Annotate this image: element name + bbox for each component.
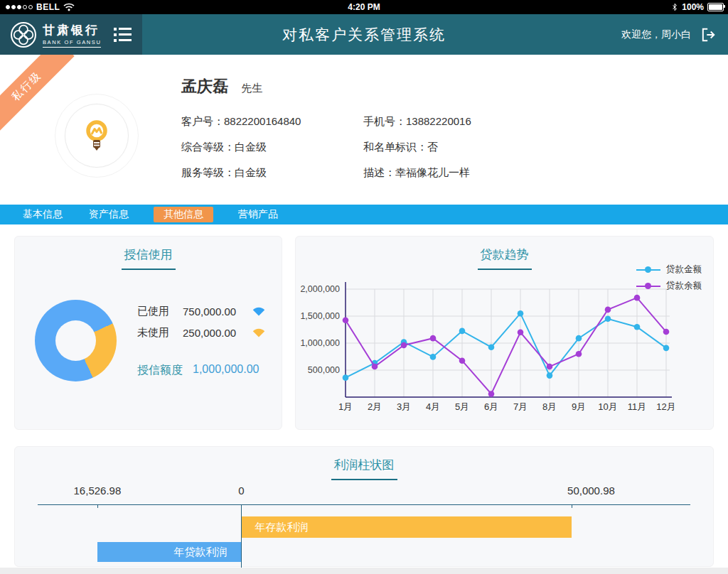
credit-usage-card: 授信使用 已使用 750,000.00 未使用 250,000.00 xyxy=(14,236,282,430)
customer-profile: 私行级 孟庆磊 先生 客户号：8822200164840 手机号：1388222… xyxy=(0,55,728,205)
loan-profit-bar: 年贷款利润 xyxy=(97,542,242,562)
axis-line xyxy=(38,504,690,505)
credit-donut-chart xyxy=(35,300,117,381)
axis-label-zero: 0 xyxy=(238,484,244,497)
svg-text:5月: 5月 xyxy=(455,401,469,412)
field-list-flag: 和名单标识：否 xyxy=(363,139,471,154)
tab-asset-info[interactable]: 资产信息 xyxy=(87,207,130,222)
credit-unused-row: 未使用 250,000.00 xyxy=(137,322,271,343)
status-bar: BELL 4:20 PM 100% xyxy=(0,0,728,14)
axis-label-left: 16,526.98 xyxy=(74,484,122,497)
loan-trend-card: 贷款趋势 贷款金额贷款余额 500,0001,000,0001,500,0002… xyxy=(295,236,714,430)
bottom-edge xyxy=(0,568,728,574)
profit-bar-chart: 16,526.98050,000.98年存款利润年贷款利润 xyxy=(38,483,690,573)
axis-tick-left xyxy=(97,505,98,508)
credit-limit-row: 授信额度 1,000,000.00 xyxy=(137,363,259,378)
svg-text:3月: 3月 xyxy=(397,401,411,412)
svg-text:10月: 10月 xyxy=(598,401,617,412)
legend-label: 贷款余额 xyxy=(666,280,702,292)
tab-marketing-products[interactable]: 营销产品 xyxy=(237,207,279,222)
legend-label: 贷款金额 xyxy=(666,264,702,276)
profit-bar-title: 利润柱状图 xyxy=(331,457,397,480)
legend-line-dot-icon xyxy=(636,266,660,274)
svg-text:8月: 8月 xyxy=(542,401,557,412)
svg-text:500,000: 500,000 xyxy=(308,365,340,375)
fan-icon-unused xyxy=(251,327,267,338)
main-content: 授信使用 已使用 750,000.00 未使用 250,000.00 xyxy=(0,224,728,567)
field-phone: 手机号：13882220016 xyxy=(363,114,471,129)
fan-icon-used xyxy=(251,305,267,317)
svg-text:2,000,000: 2,000,000 xyxy=(300,284,340,294)
svg-text:6月: 6月 xyxy=(484,401,498,412)
profit-bar-card: 利润柱状图 16,526.98050,000.98年存款利润年贷款利润 xyxy=(14,446,714,567)
field-service-level: 服务等级：白金级 xyxy=(181,165,363,180)
credit-usage-title: 授信使用 xyxy=(122,247,176,270)
customer-honorific: 先生 xyxy=(241,82,262,94)
page: BELL 4:20 PM 100% 对私客户关系管理系统 xyxy=(0,0,728,574)
svg-text:2月: 2月 xyxy=(368,401,382,412)
legend-item: 贷款金额 xyxy=(636,264,702,276)
tab-other-info[interactable]: 其他信息 xyxy=(154,207,213,222)
tab-bar: 基本信息 资产信息 其他信息 营销产品 xyxy=(0,205,728,224)
svg-text:1,500,000: 1,500,000 xyxy=(300,311,340,321)
svg-text:1月: 1月 xyxy=(338,401,353,412)
clock: 4:20 PM xyxy=(0,2,728,12)
avatar xyxy=(55,94,139,178)
svg-text:4月: 4月 xyxy=(426,401,440,412)
loan-trend-chart: 500,0001,000,0001,500,0002,000,0001月2月3月… xyxy=(300,276,698,426)
legend-line-dot-icon xyxy=(636,283,660,290)
svg-text:9月: 9月 xyxy=(572,401,586,412)
svg-text:1,000,000: 1,000,000 xyxy=(300,338,340,348)
page-title: 对私客户关系管理系统 xyxy=(0,25,728,45)
logout-icon[interactable] xyxy=(701,28,717,42)
deposit-profit-bar: 年存款利润 xyxy=(242,516,572,538)
svg-text:12月: 12月 xyxy=(656,401,675,412)
legend-item: 贷款余额 xyxy=(636,280,702,292)
customer-name: 孟庆磊 xyxy=(181,77,228,95)
svg-text:11月: 11月 xyxy=(628,401,647,412)
credit-used-row: 已使用 750,000.00 xyxy=(137,300,271,322)
field-description: 描述：幸福像花儿一样 xyxy=(363,165,471,180)
welcome-text: 欢迎您，周小白 xyxy=(621,28,691,41)
axis-label-right: 50,000.98 xyxy=(567,484,615,497)
field-overall-level: 综合等级：白金级 xyxy=(181,139,363,154)
field-customer-no: 客户号：8822200164840 xyxy=(181,114,363,129)
svg-text:7月: 7月 xyxy=(513,401,528,412)
loan-trend-legend: 贷款金额贷款余额 xyxy=(636,264,702,292)
tab-basic-info[interactable]: 基本信息 xyxy=(21,207,64,222)
customer-fields: 客户号：8822200164840 手机号：13882220016 综合等级：白… xyxy=(181,114,471,180)
lightbulb-icon xyxy=(82,119,111,153)
loan-trend-title: 贷款趋势 xyxy=(478,247,532,270)
battery-icon xyxy=(707,3,724,11)
axis-tick-right xyxy=(572,505,572,508)
app-header: 对私客户关系管理系统 甘肃银行 BANK OF GANSU 欢迎您，周小白 xyxy=(0,14,728,55)
